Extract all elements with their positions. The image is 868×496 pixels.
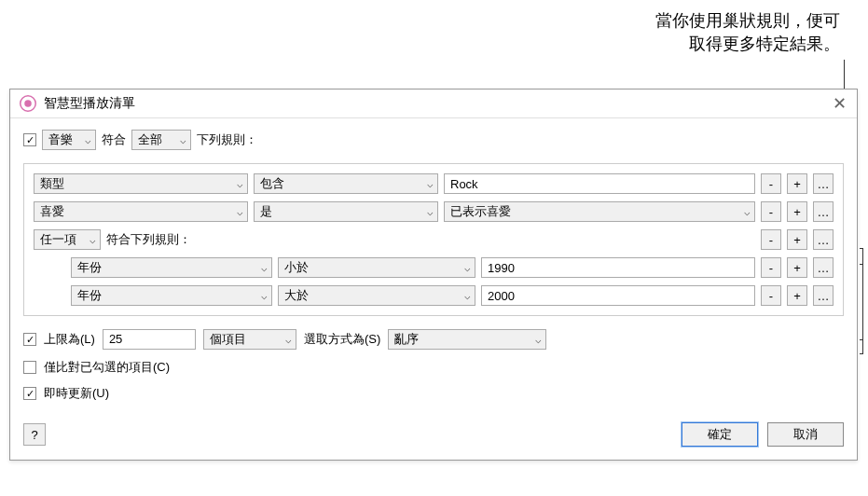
annotation-text: 當你使用巢狀規則，便可 取得更多特定結果。	[655, 9, 840, 56]
dialog-footer: ? 確定 取消	[10, 413, 857, 460]
limit-value-input[interactable]: 25	[103, 329, 196, 350]
rule-value-input[interactable]: 2000	[481, 285, 755, 306]
limit-label: 上限為(L)	[44, 331, 95, 348]
nest-rule-button[interactable]: …	[813, 173, 834, 194]
live-update-checkbox[interactable]	[23, 387, 36, 400]
rule-value-select[interactable]: 已表示喜愛	[444, 201, 755, 222]
rule-field-select[interactable]: 類型	[34, 173, 248, 194]
close-button[interactable]: ✕	[831, 95, 847, 112]
rule-operator-select[interactable]: 包含	[254, 173, 438, 194]
itunes-icon	[20, 95, 36, 112]
annotation-bracket-inner	[860, 264, 863, 340]
only-checked-label: 僅比對已勾選的項目(C)	[44, 359, 170, 376]
svg-point-1	[24, 100, 32, 107]
rule-field-select[interactable]: 年份	[71, 257, 272, 278]
dialog-content: 音樂 符合 全部 下列規則： 類型 包含 Rock - + … 喜愛 是 已表示	[10, 118, 857, 413]
nest-rule-button[interactable]: …	[813, 229, 834, 250]
smart-playlist-dialog: 智慧型播放清單 ✕ 音樂 符合 全部 下列規則： 類型 包含 Rock - + …	[9, 89, 858, 461]
rules-container: 類型 包含 Rock - + … 喜愛 是 已表示喜愛 - + …	[23, 163, 844, 316]
nested-rule-row: 年份 小於 1990 - + …	[71, 257, 834, 278]
limit-row: 上限為(L) 25 個項目 選取方式為(S) 亂序	[23, 329, 844, 350]
remove-rule-button[interactable]: -	[761, 201, 781, 222]
add-rule-button[interactable]: +	[787, 257, 807, 278]
annotation-bracket-outer	[860, 248, 863, 354]
remove-rule-button[interactable]: -	[761, 257, 781, 278]
help-button[interactable]: ?	[23, 423, 46, 446]
add-rule-button[interactable]: +	[787, 201, 807, 222]
only-checked-checkbox[interactable]	[23, 361, 36, 374]
cancel-button[interactable]: 取消	[767, 422, 844, 447]
rule-value-input[interactable]: Rock	[444, 173, 755, 194]
rule-row: 類型 包含 Rock - + …	[34, 173, 834, 194]
nested-rule-row: 年份 大於 2000 - + …	[71, 285, 834, 306]
nested-rule-header: 任一項 符合下列規則： - + …	[34, 229, 834, 250]
add-rule-button[interactable]: +	[787, 285, 807, 306]
rule-operator-select[interactable]: 大於	[278, 285, 475, 306]
nest-rule-button[interactable]: …	[813, 257, 834, 278]
select-by-select[interactable]: 亂序	[388, 329, 546, 350]
nest-rule-button[interactable]: …	[813, 285, 834, 306]
remove-rule-button[interactable]: -	[761, 229, 781, 250]
match-rules-checkbox[interactable]	[23, 133, 36, 146]
limit-unit-select[interactable]: 個項目	[203, 329, 296, 350]
nested-mode-select[interactable]: 任一項	[34, 229, 101, 250]
rule-operator-select[interactable]: 小於	[278, 257, 475, 278]
rule-field-select[interactable]: 年份	[71, 285, 272, 306]
match-header-row: 音樂 符合 全部 下列規則：	[23, 130, 844, 150]
ok-button[interactable]: 確定	[682, 422, 758, 447]
dialog-title: 智慧型播放清單	[44, 95, 831, 112]
nest-rule-button[interactable]: …	[813, 201, 834, 222]
limit-checkbox[interactable]	[23, 333, 36, 346]
match-suffix: 下列規則：	[197, 131, 257, 148]
rule-field-select[interactable]: 喜愛	[34, 201, 248, 222]
rule-operator-select[interactable]: 是	[254, 201, 438, 222]
match-label: 符合	[102, 131, 126, 148]
rule-row: 喜愛 是 已表示喜愛 - + …	[34, 201, 834, 222]
live-update-row: 即時更新(U)	[23, 385, 844, 402]
remove-rule-button[interactable]: -	[761, 285, 781, 306]
add-rule-button[interactable]: +	[787, 173, 807, 194]
nested-suffix: 符合下列規則：	[106, 231, 191, 248]
live-update-label: 即時更新(U)	[44, 385, 109, 402]
remove-rule-button[interactable]: -	[761, 173, 781, 194]
media-kind-select[interactable]: 音樂	[42, 130, 96, 150]
only-checked-row: 僅比對已勾選的項目(C)	[23, 359, 844, 376]
add-rule-button[interactable]: +	[787, 229, 807, 250]
match-mode-select[interactable]: 全部	[131, 130, 191, 150]
titlebar: 智慧型播放清單 ✕	[10, 90, 857, 118]
select-by-label: 選取方式為(S)	[304, 331, 380, 348]
rule-value-input[interactable]: 1990	[481, 257, 755, 278]
